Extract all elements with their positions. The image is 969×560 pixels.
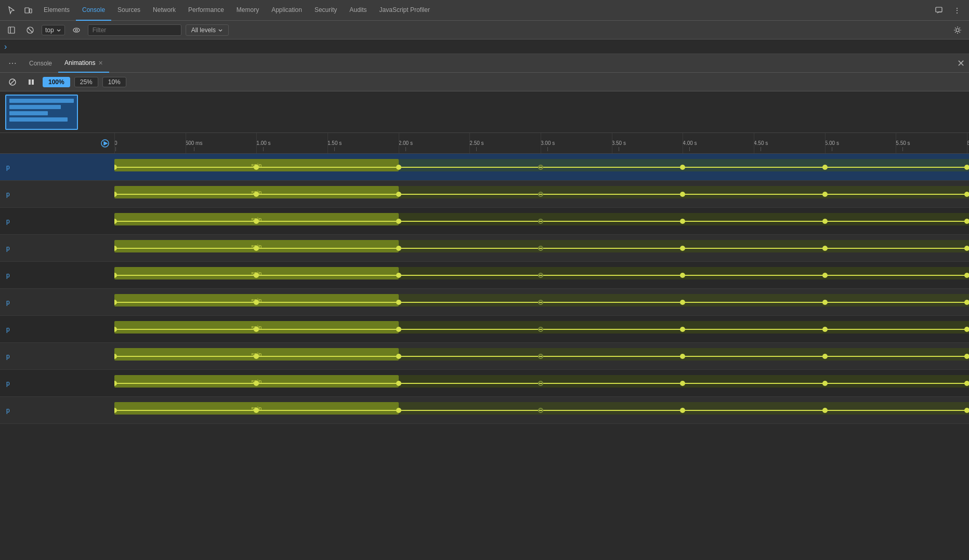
stop-animation-button[interactable] — [5, 75, 20, 89]
tab-memory[interactable]: Memory — [230, 0, 265, 21]
anim-row[interactable]: pspin — [0, 235, 969, 262]
tab-application[interactable]: Application — [265, 0, 308, 21]
tab-console[interactable]: Console — [23, 54, 58, 73]
ruler-tick: 500 ms — [186, 140, 203, 151]
keyframe-dot — [254, 327, 259, 332]
ruler-tick-line — [619, 147, 619, 151]
row-label: p — [0, 353, 114, 360]
animation-track: spin — [114, 343, 969, 369]
keyframe-dot — [822, 354, 828, 359]
filter-input[interactable] — [88, 24, 181, 36]
anim-row[interactable]: pspin — [0, 262, 969, 289]
tab-close-icon[interactable]: × — [98, 59, 102, 67]
ruler-label: 1.50 s — [328, 140, 342, 146]
log-levels-button[interactable]: All levels — [186, 24, 229, 36]
preview-line-2 — [9, 105, 61, 109]
keyframe-dot — [254, 219, 259, 224]
tab-network[interactable]: Network — [147, 0, 182, 21]
prompt-arrow: › — [4, 42, 7, 51]
pause-animation-button[interactable] — [24, 75, 38, 89]
grid-line — [256, 133, 257, 153]
ruler-tick-line — [263, 147, 264, 151]
anim-row[interactable]: pspin — [0, 316, 969, 343]
context-value: top — [45, 26, 54, 34]
tab-sources[interactable]: Sources — [111, 0, 147, 21]
tab-elements[interactable]: Elements — [37, 0, 76, 21]
row-label: p — [0, 380, 114, 387]
animation-track: spin — [114, 208, 969, 234]
speed-10-button[interactable]: 10% — [102, 77, 126, 87]
animation-rows: pspinpspinpspinpspinpspinpspinpspinpspin… — [0, 154, 969, 560]
keyframe-dot — [396, 381, 401, 386]
tab-animations[interactable]: Animations × — [58, 54, 109, 73]
keyframe-dot — [822, 246, 828, 251]
keyframe-dot — [822, 381, 828, 386]
eye-icon[interactable] — [69, 23, 84, 37]
keyframe-dot — [964, 354, 969, 359]
grid-line — [399, 133, 399, 153]
ruler-label: 3.00 s — [541, 140, 555, 146]
keyframe-dot — [680, 273, 685, 278]
anim-row[interactable]: pspin — [0, 208, 969, 235]
cursor-icon[interactable] — [4, 3, 19, 18]
sidebar-toggle-icon[interactable] — [4, 23, 19, 37]
anim-row[interactable]: pspin — [0, 370, 969, 397]
svg-point-7 — [73, 28, 80, 32]
ruler-tick-line — [334, 147, 335, 151]
keyframe-dot — [254, 192, 259, 197]
keyframe-dot — [822, 300, 828, 305]
row-label: p — [0, 299, 114, 306]
keyframe-dot — [396, 165, 401, 170]
speed-100-button[interactable]: 100% — [43, 77, 70, 87]
ruler-tick: 1.50 s — [328, 140, 342, 151]
tab-console[interactable]: Console — [76, 0, 111, 21]
keyframe-dot — [822, 192, 828, 197]
anim-row[interactable]: pspin — [0, 343, 969, 370]
tab-audits[interactable]: Audits — [343, 0, 373, 21]
settings-icon[interactable] — [950, 23, 965, 37]
ruler-tick-line — [115, 147, 116, 151]
anim-row[interactable]: pspin — [0, 181, 969, 208]
more-options-icon[interactable]: ⋮ — [950, 3, 965, 18]
anim-row[interactable]: pspin — [0, 397, 969, 424]
animation-track: spin — [114, 262, 969, 288]
more-drawer-tabs-icon[interactable]: ⋯ — [4, 58, 21, 68]
speed-25-button[interactable]: 25% — [74, 77, 98, 87]
device-icon[interactable] — [21, 3, 35, 18]
ruler-tick: 5.00 s — [825, 140, 839, 151]
ruler-label: 3.50 s — [612, 140, 626, 146]
anim-row[interactable]: pspin — [0, 154, 969, 181]
grid-line — [186, 133, 186, 153]
keyframe-dot — [964, 246, 969, 251]
keyframe-dot — [964, 165, 969, 170]
ruler-label: 500 ms — [186, 140, 203, 146]
grid-line — [612, 133, 612, 153]
ruler-tick: 2.00 s — [399, 140, 413, 151]
anim-row[interactable]: pspin — [0, 289, 969, 316]
tab-performance[interactable]: Performance — [182, 0, 230, 21]
row-label: p — [0, 164, 114, 171]
ruler-tick-line — [547, 147, 548, 151]
clear-console-icon[interactable] — [23, 23, 37, 37]
svg-rect-12 — [29, 79, 31, 85]
animation-track: spin — [114, 397, 969, 423]
keyframe-dot — [680, 246, 685, 251]
svg-point-8 — [75, 29, 77, 31]
svg-rect-3 — [8, 27, 15, 33]
tab-security[interactable]: Security — [308, 0, 343, 21]
tab-javascript-profiler[interactable]: JavaScript Profiler — [373, 0, 436, 21]
timeline-header: 0500 ms1.00 s1.50 s2.00 s2.50 s3.00 s3.5… — [0, 133, 969, 154]
ruler-label: 4.00 s — [683, 140, 697, 146]
keyframe-dot — [538, 327, 543, 332]
drawer-close-icon[interactable]: ✕ — [957, 58, 965, 69]
svg-rect-13 — [32, 79, 34, 85]
context-selector[interactable]: top — [42, 25, 65, 35]
keyframe-dot — [680, 219, 685, 224]
keyframe-dot — [538, 354, 543, 359]
keyframe-dot — [680, 381, 685, 386]
ruler-label: 5.00 s — [825, 140, 839, 146]
timeline-ruler: 0500 ms1.00 s1.50 s2.00 s2.50 s3.00 s3.5… — [114, 133, 969, 153]
keyframe-dot — [254, 246, 259, 251]
keyframe-dot — [396, 327, 401, 332]
feedback-icon[interactable] — [932, 3, 946, 18]
